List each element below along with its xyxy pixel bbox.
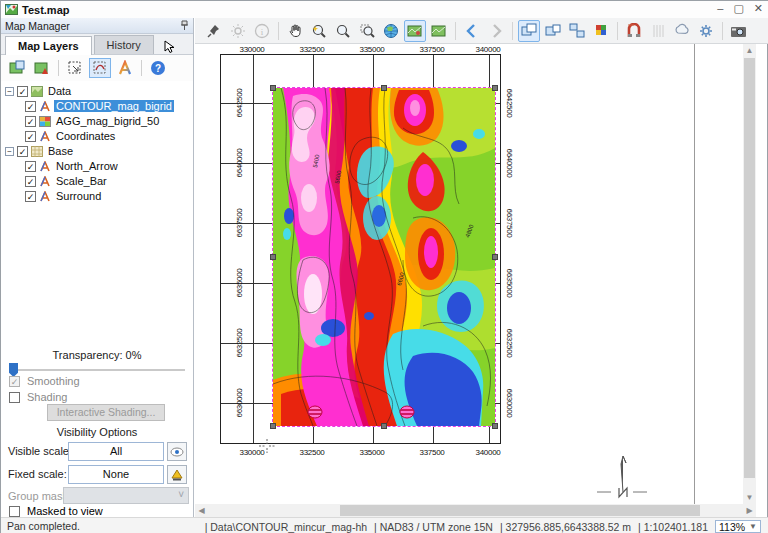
selection-handle[interactable] [270, 85, 276, 91]
forward-icon[interactable] [485, 20, 507, 42]
tree-row-surround[interactable]: Surround [25, 189, 193, 203]
checkbox-base[interactable] [17, 146, 28, 157]
toolbar-separator [58, 60, 59, 76]
vertical-scroll-thumb[interactable] [744, 58, 755, 478]
windows-tile-2-icon[interactable] [566, 20, 588, 42]
horizontal-scrollbar[interactable]: ◀ ▶ [195, 504, 756, 517]
info-icon[interactable]: i [251, 20, 273, 42]
scroll-left-icon[interactable]: ◀ [195, 504, 208, 517]
layer-label[interactable]: CONTOUR_mag_bigrid [54, 100, 174, 112]
smoothing-label: Smoothing [27, 375, 80, 387]
shapes-icon[interactable] [671, 20, 693, 42]
layer-label[interactable]: North_Arrow [54, 160, 120, 172]
tree-row-scale-bar[interactable]: Scale_Bar [25, 174, 193, 188]
pan-hand-icon[interactable] [284, 20, 306, 42]
checkbox-surround[interactable] [25, 191, 36, 202]
windows-tile-icon[interactable] [542, 20, 564, 42]
panel-header[interactable]: Map Manager [1, 18, 193, 34]
map-view-2-icon[interactable] [428, 20, 450, 42]
zoom-level-select[interactable]: 113% ▼ [715, 520, 761, 533]
back-icon[interactable] [461, 20, 483, 42]
tab-history[interactable]: History [94, 35, 154, 54]
magnet-icon[interactable] [623, 20, 645, 42]
tab-map-layers[interactable]: Map Layers [5, 36, 92, 55]
tree-row-contour[interactable]: CONTOUR_mag_bigrid [25, 99, 193, 113]
smoothing-checkbox[interactable] [9, 376, 20, 387]
shading-checkbox[interactable] [9, 392, 20, 403]
close-button[interactable]: ✕ [754, 2, 763, 15]
fixed-scale-input[interactable]: None [68, 465, 164, 484]
panel-header-label: Map Manager [5, 20, 70, 32]
selection-handle[interactable] [270, 254, 276, 260]
expander-icon[interactable]: − [5, 87, 14, 96]
layer-label[interactable]: Data [46, 85, 73, 97]
tree-row-coordinates[interactable]: Coordinates [25, 129, 193, 143]
vertical-scrollbar[interactable]: ▲ ▼ [743, 44, 756, 504]
zoom-dynamic-icon[interactable] [308, 20, 330, 42]
globe-icon[interactable] [380, 20, 402, 42]
expander-icon[interactable]: − [5, 147, 14, 156]
hash-grid-icon[interactable] [647, 20, 669, 42]
fixed-scale-lock-button[interactable] [167, 465, 187, 484]
transparency-slider[interactable] [9, 365, 185, 375]
layer-label[interactable]: Base [46, 145, 75, 157]
x-axis-label: 337500 [420, 45, 445, 54]
selection-handle[interactable] [492, 423, 498, 429]
visibility-options-label: Visibility Options [1, 426, 193, 438]
svg-text:i: i [261, 27, 264, 37]
selection-handle[interactable] [381, 85, 387, 91]
slider-track[interactable] [9, 369, 185, 371]
checkbox-coordinates[interactable] [25, 131, 36, 142]
tree-row-agg[interactable]: AGG_mag_bigrid_50 [25, 114, 193, 128]
snapshot-icon[interactable] [728, 20, 750, 42]
tree-row-base[interactable]: − Base [5, 144, 193, 158]
checkbox-data[interactable] [17, 86, 28, 97]
checkbox-agg[interactable] [25, 116, 36, 127]
horizontal-scroll-thumb[interactable] [340, 505, 700, 516]
visible-scale-eye-button[interactable] [167, 442, 187, 461]
map-view-icon[interactable] [404, 20, 426, 42]
group-mask-select[interactable] [63, 487, 189, 504]
scroll-up-icon[interactable]: ▲ [743, 44, 756, 57]
selection-handle[interactable] [492, 85, 498, 91]
north-arrow[interactable] [589, 452, 653, 504]
select-group-icon[interactable] [89, 58, 111, 78]
windows-cascade-icon[interactable] [518, 20, 540, 42]
color-grid-icon[interactable] [590, 20, 612, 42]
scroll-right-icon[interactable]: ▶ [743, 504, 756, 517]
tree-row-north-arrow[interactable]: North_Arrow [25, 159, 193, 173]
tree-row-data[interactable]: − Data [5, 84, 193, 98]
pin-icon[interactable] [180, 20, 189, 31]
layer-label[interactable]: AGG_mag_bigrid_50 [54, 115, 161, 127]
layer-label[interactable]: Surround [54, 190, 103, 202]
minimize-button[interactable]: – [717, 2, 723, 15]
zoom-icon[interactable] [332, 20, 354, 42]
layer-label[interactable]: Scale_Bar [54, 175, 109, 187]
contour-raster[interactable]: 5400 5600 4800 6600 [273, 88, 495, 426]
brightness-icon[interactable] [227, 20, 249, 42]
redraw-map-icon[interactable] [31, 58, 53, 78]
symbol-a-icon[interactable] [114, 58, 136, 78]
pushpin-icon[interactable] [203, 20, 225, 42]
zoom-box-icon[interactable] [356, 20, 378, 42]
shading-row: Shading [9, 391, 67, 403]
select-box-icon[interactable] [64, 58, 86, 78]
save-map-icon[interactable] [6, 58, 28, 78]
checkbox-north-arrow[interactable] [25, 161, 36, 172]
settings-gear-icon[interactable] [695, 20, 717, 42]
layer-label[interactable]: Coordinates [54, 130, 117, 142]
selection-handle[interactable] [270, 423, 276, 429]
checkbox-contour[interactable] [25, 101, 36, 112]
visible-scale-input[interactable]: All [68, 442, 164, 461]
selection-handle[interactable] [492, 254, 498, 260]
eye-icon [170, 447, 184, 457]
map-canvas[interactable]: 5400 5600 4800 6600 [195, 44, 756, 504]
checkbox-scale-bar[interactable] [25, 176, 36, 187]
help-icon[interactable]: ? [147, 58, 169, 78]
masked-checkbox[interactable] [9, 506, 20, 517]
selection-handle[interactable] [381, 423, 387, 429]
maximize-button[interactable]: ▢ [733, 2, 743, 15]
scroll-down-icon[interactable]: ▼ [743, 491, 756, 504]
x-axis-label: 332500 [300, 448, 325, 457]
interactive-shading-button[interactable]: Interactive Shading... [47, 404, 165, 421]
